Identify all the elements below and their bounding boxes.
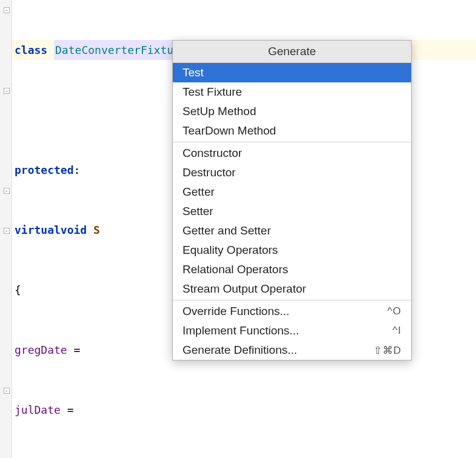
code-line: julDate = — [15, 400, 476, 420]
popup-title: Generate — [173, 41, 411, 63]
popup-item-relational-operators[interactable]: Relational Operators — [173, 260, 411, 279]
class-name: DateConverterFixture — [54, 40, 188, 60]
popup-item-constructor[interactable]: Constructor — [173, 144, 411, 163]
popup-separator — [173, 300, 411, 300]
popup-item-getter-setter[interactable]: Getter and Setter — [173, 221, 411, 241]
keyword-class: class — [15, 40, 47, 60]
shortcut-label: ^O — [387, 305, 401, 317]
shortcut-label: ⇧⌘D — [374, 344, 401, 357]
fold-marker-icon[interactable]: − — [4, 88, 10, 94]
popup-item-test-fixture[interactable]: Test Fixture — [173, 82, 411, 102]
popup-item-setter[interactable]: Setter — [173, 202, 411, 221]
shortcut-label: ^I — [392, 325, 401, 337]
fold-marker-icon[interactable]: − — [4, 7, 10, 13]
popup-item-test[interactable]: Test — [173, 63, 411, 82]
popup-item-destructor[interactable]: Destructor — [173, 163, 411, 182]
popup-item-implement-functions[interactable]: Implement Functions...^I — [173, 321, 411, 340]
popup-separator — [173, 142, 411, 142]
fold-marker-icon[interactable]: − — [4, 188, 10, 194]
popup-item-override-functions[interactable]: Override Functions...^O — [173, 302, 411, 321]
popup-item-stream-output[interactable]: Stream Output Operator — [173, 279, 411, 299]
fold-marker-icon[interactable]: − — [4, 388, 10, 394]
popup-item-equality-operators[interactable]: Equality Operators — [173, 241, 411, 260]
fold-marker-icon[interactable]: − — [4, 228, 10, 234]
generate-popup: Generate Test Test Fixture SetUp Method … — [172, 40, 412, 360]
popup-item-generate-definitions[interactable]: Generate Definitions...⇧⌘D — [173, 340, 411, 360]
editor-gutter: − − − − − — [0, 0, 12, 458]
popup-item-setup-method[interactable]: SetUp Method — [173, 102, 411, 121]
popup-item-teardown-method[interactable]: TearDown Method — [173, 121, 411, 141]
popup-item-getter[interactable]: Getter — [173, 182, 411, 202]
